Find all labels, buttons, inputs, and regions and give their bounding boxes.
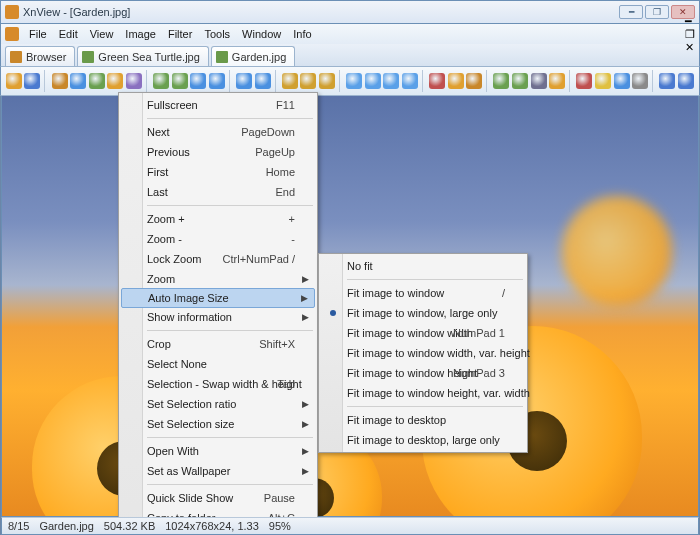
hex-button[interactable] — [88, 70, 106, 92]
next-button[interactable] — [383, 70, 401, 92]
menu-shortcut: NumPad 1 — [453, 327, 505, 339]
browser-icon — [52, 73, 68, 89]
flip-h-button[interactable] — [190, 70, 208, 92]
menu-item-select-none[interactable]: Select None — [121, 354, 315, 374]
menu-item-show-information[interactable]: Show information▶ — [121, 307, 315, 327]
mdi-restore-button[interactable]: ❐ — [685, 28, 695, 41]
rotate-cw-icon — [172, 73, 188, 89]
menu-item-zoom[interactable]: Zoom ++ — [121, 209, 315, 229]
paste-button[interactable] — [466, 70, 484, 92]
menu-item-label: Fit image to desktop — [347, 414, 446, 426]
auto-image-size-submenu[interactable]: No fitFit image to window/Fit image to w… — [318, 253, 528, 453]
options-button[interactable] — [631, 70, 649, 92]
slideshow-icon — [107, 73, 123, 89]
browser-button[interactable] — [51, 70, 69, 92]
tab-garden-jpg[interactable]: Garden.jpg — [211, 46, 295, 66]
menu-info[interactable]: Info — [287, 26, 317, 42]
cut-button[interactable] — [428, 70, 446, 92]
menu-item-set-as-wallpaper[interactable]: Set as Wallpaper▶ — [121, 461, 315, 481]
email-icon — [595, 73, 611, 89]
menu-window[interactable]: Window — [236, 26, 287, 42]
menu-item-fit-image-to-window-width-var-height[interactable]: Fit image to window width, var. height — [321, 343, 525, 363]
save-button[interactable] — [24, 70, 42, 92]
menu-item-fit-image-to-window[interactable]: Fit image to window/ — [321, 283, 525, 303]
rotate-cw-button[interactable] — [171, 70, 189, 92]
web-button[interactable] — [613, 70, 631, 92]
menu-item-no-fit[interactable]: No fit — [321, 256, 525, 276]
menu-item-fit-image-to-window-height-var-width[interactable]: Fit image to window height, var. width — [321, 383, 525, 403]
hex-icon — [89, 73, 105, 89]
menu-item-zoom[interactable]: Zoom▶ — [121, 269, 315, 289]
tab-green-sea-turtle-jpg[interactable]: Green Sea Turtle.jpg — [77, 46, 209, 66]
menu-item-lock-zoom[interactable]: Lock ZoomCtrl+NumPad / — [121, 249, 315, 269]
menu-item-previous[interactable]: PreviousPageUp — [121, 142, 315, 162]
menu-edit[interactable]: Edit — [53, 26, 84, 42]
submenu-arrow-icon: ▶ — [302, 419, 309, 429]
menu-item-fit-image-to-window-width[interactable]: Fit image to window widthNumPad 1 — [321, 323, 525, 343]
acquire-button[interactable] — [493, 70, 511, 92]
delete-button[interactable] — [576, 70, 594, 92]
menu-item-crop[interactable]: CropShift+X — [121, 334, 315, 354]
mdi-minimize-button[interactable]: ━ — [685, 15, 695, 28]
undo-icon — [236, 73, 252, 89]
menu-view[interactable]: View — [84, 26, 120, 42]
print-button[interactable] — [530, 70, 548, 92]
menu-file[interactable]: File — [23, 26, 53, 42]
tab-browser[interactable]: Browser — [5, 46, 75, 66]
mdi-close-button[interactable]: ✕ — [685, 41, 695, 54]
menu-item-fit-image-to-desktop[interactable]: Fit image to desktop — [321, 410, 525, 430]
menu-image[interactable]: Image — [119, 26, 162, 42]
menu-item-quick-slide-show[interactable]: Quick Slide ShowPause — [121, 488, 315, 508]
clipboard-button[interactable] — [549, 70, 567, 92]
menu-tools[interactable]: Tools — [198, 26, 236, 42]
help-button[interactable] — [659, 70, 677, 92]
menu-shortcut: F11 — [276, 99, 295, 111]
zoom-in-button[interactable] — [281, 70, 299, 92]
menu-item-next[interactable]: NextPageDown — [121, 122, 315, 142]
statusbar: 8/15 Garden.jpg 504.32 KB 1024x768x24, 1… — [1, 517, 699, 535]
menu-item-open-with[interactable]: Open With▶ — [121, 441, 315, 461]
menu-item-selection-swap-width-height[interactable]: Selection - Swap width & heightTab — [121, 374, 315, 394]
zoom-fit-button[interactable] — [300, 70, 318, 92]
flip-v-icon — [209, 73, 225, 89]
menu-item-label: Set Selection ratio — [147, 398, 236, 410]
menu-item-last[interactable]: LastEnd — [121, 182, 315, 202]
scan-button[interactable] — [511, 70, 529, 92]
maximize-button[interactable]: ❐ — [645, 5, 669, 19]
fullscreen-button[interactable] — [69, 70, 87, 92]
slideshow-button[interactable] — [107, 70, 125, 92]
menu-item-set-selection-ratio[interactable]: Set Selection ratio▶ — [121, 394, 315, 414]
menu-filter[interactable]: Filter — [162, 26, 198, 42]
minimize-button[interactable]: ━ — [619, 5, 643, 19]
copy-button[interactable] — [447, 70, 465, 92]
rotate-ccw-button[interactable] — [152, 70, 170, 92]
menu-item-zoom[interactable]: Zoom -- — [121, 229, 315, 249]
redo-button[interactable] — [254, 70, 272, 92]
menu-item-fit-image-to-window-height[interactable]: Fit image to window heightNumPad 3 — [321, 363, 525, 383]
context-menu[interactable]: FullscreenF11NextPageDownPreviousPageUpF… — [118, 92, 318, 535]
save-icon — [24, 73, 40, 89]
menu-item-first[interactable]: FirstHome — [121, 162, 315, 182]
convert-button[interactable] — [125, 70, 143, 92]
system-menu-icon[interactable] — [5, 27, 19, 41]
open-button[interactable] — [5, 70, 23, 92]
radio-selected-icon — [330, 310, 336, 316]
about-button[interactable] — [677, 70, 695, 92]
menu-item-label: Set Selection size — [147, 418, 234, 430]
prev-page-button[interactable] — [345, 70, 363, 92]
menu-item-fit-image-to-desktop-large-only[interactable]: Fit image to desktop, large only — [321, 430, 525, 450]
prev-button[interactable] — [364, 70, 382, 92]
menu-item-fullscreen[interactable]: FullscreenF11 — [121, 95, 315, 115]
undo-button[interactable] — [235, 70, 253, 92]
email-button[interactable] — [594, 70, 612, 92]
app-icon — [5, 5, 19, 19]
next-page-button[interactable] — [401, 70, 419, 92]
menu-item-fit-image-to-window-large-only[interactable]: Fit image to window, large only — [321, 303, 525, 323]
menu-shortcut: / — [502, 287, 505, 299]
menu-item-auto-image-size[interactable]: Auto Image Size▶ — [121, 288, 315, 308]
prev-icon — [365, 73, 381, 89]
menu-item-set-selection-size[interactable]: Set Selection size▶ — [121, 414, 315, 434]
zoom-out-button[interactable] — [318, 70, 336, 92]
flip-v-button[interactable] — [208, 70, 226, 92]
copy-icon — [448, 73, 464, 89]
